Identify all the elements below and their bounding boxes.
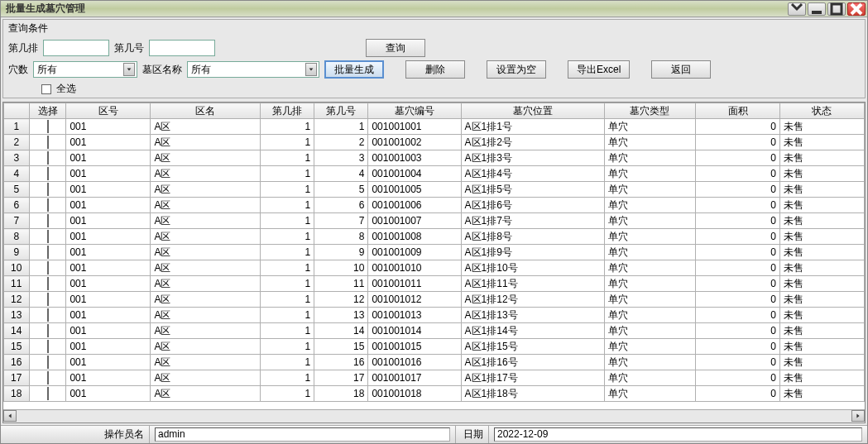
row-header[interactable]: 15	[4, 339, 30, 355]
minimize-top-button[interactable]	[788, 2, 806, 16]
area-name-cell: A区	[151, 292, 261, 308]
row-header[interactable]: 3	[4, 150, 30, 166]
column-header[interactable]: 墓穴类型	[604, 103, 695, 119]
grid-scroll-area[interactable]: 选择区号区名第几排第几号墓穴编号墓穴位置墓穴类型面积状态 1001A区11001…	[3, 103, 865, 409]
type-cell: 单穴	[604, 308, 695, 323]
area-name-cell: A区	[151, 260, 261, 276]
batch-generate-button[interactable]: 批量生成	[324, 60, 384, 79]
row-header[interactable]: 13	[4, 308, 30, 323]
column-header[interactable]: 墓穴位置	[461, 103, 604, 119]
row-header[interactable]: 9	[4, 245, 30, 260]
table-row[interactable]: 15001A区115001001015A区1排15号单穴0未售	[4, 339, 865, 355]
column-header[interactable]: 区号	[66, 103, 151, 119]
column-header[interactable]: 区名	[151, 103, 261, 119]
chevron-down-icon	[305, 63, 317, 76]
row-header[interactable]: 1	[4, 119, 30, 135]
row-number-input[interactable]	[43, 40, 109, 56]
holes-label: 穴数	[8, 63, 28, 77]
table-row[interactable]: 3001A区13001001003A区1排3号单穴0未售	[4, 150, 865, 166]
column-header[interactable]: 第几排	[260, 103, 314, 119]
row-select-checkbox[interactable]	[47, 214, 49, 227]
table-row[interactable]: 6001A区16001001006A区1排6号单穴0未售	[4, 198, 865, 213]
row-select-checkbox[interactable]	[47, 261, 49, 275]
row-header[interactable]: 2	[4, 135, 30, 150]
row-header[interactable]: 11	[4, 276, 30, 292]
row-select-checkbox[interactable]	[47, 277, 49, 290]
row-select-checkbox[interactable]	[47, 387, 49, 400]
row-select-checkbox[interactable]	[47, 230, 49, 243]
statusbar: 操作员名 admin 日期 2022-12-09	[1, 425, 867, 443]
table-row[interactable]: 7001A区17001001007A区1排7号单穴0未售	[4, 213, 865, 229]
table-row[interactable]: 14001A区114001001014A区1排14号单穴0未售	[4, 323, 865, 339]
table-row[interactable]: 8001A区18001001008A区1排8号单穴0未售	[4, 229, 865, 245]
code-cell: 001001001	[368, 119, 461, 135]
table-row[interactable]: 17001A区117001001017A区1排17号单穴0未售	[4, 370, 865, 386]
area-name-combo[interactable]: 所有	[187, 61, 319, 78]
scroll-right-icon[interactable]	[851, 410, 865, 422]
row-header[interactable]: 6	[4, 198, 30, 213]
holes-combo[interactable]: 所有	[33, 61, 137, 78]
col-cell: 1	[314, 119, 368, 135]
table-row[interactable]: 4001A区14001001004A区1排4号单穴0未售	[4, 166, 865, 182]
export-excel-button[interactable]: 导出Excel	[568, 60, 630, 79]
row-header[interactable]: 10	[4, 260, 30, 276]
location-cell: A区1排14号	[461, 323, 604, 339]
minimize-button[interactable]	[808, 2, 826, 16]
col-cell: 12	[314, 292, 368, 308]
row-header[interactable]: 18	[4, 386, 30, 402]
row-select-checkbox[interactable]	[47, 151, 49, 165]
table-row[interactable]: 11001A区111001001011A区1排11号单穴0未售	[4, 276, 865, 292]
query-button[interactable]: 查询	[366, 39, 425, 57]
table-row[interactable]: 9001A区19001001009A区1排9号单穴0未售	[4, 245, 865, 260]
row-select-checkbox[interactable]	[47, 371, 49, 384]
column-header[interactable]: 墓穴编号	[368, 103, 461, 119]
row-select-checkbox[interactable]	[47, 120, 49, 133]
table-row[interactable]: 13001A区113001001013A区1排13号单穴0未售	[4, 308, 865, 323]
area-no-cell: 001	[66, 308, 151, 323]
column-header[interactable]: 选择	[29, 103, 66, 119]
scroll-left-icon[interactable]	[3, 410, 17, 422]
back-button[interactable]: 返回	[651, 60, 711, 79]
row-select-checkbox[interactable]	[47, 324, 49, 337]
column-header[interactable]: 状态	[779, 103, 864, 119]
row-select-checkbox[interactable]	[47, 183, 49, 196]
table-row[interactable]: 1001A区11001001001A区1排1号单穴0未售	[4, 119, 865, 135]
row-header[interactable]: 8	[4, 229, 30, 245]
delete-button[interactable]: 删除	[405, 60, 465, 79]
row-select-checkbox[interactable]	[47, 136, 49, 149]
table-row[interactable]: 10001A区110001001010A区1排10号单穴0未售	[4, 260, 865, 276]
table-row[interactable]: 16001A区116001001016A区1排16号单穴0未售	[4, 355, 865, 370]
table-row[interactable]: 18001A区118001001018A区1排18号单穴0未售	[4, 386, 865, 402]
close-button[interactable]	[847, 2, 866, 16]
row-header[interactable]: 12	[4, 292, 30, 308]
row-header[interactable]: 17	[4, 370, 30, 386]
column-header[interactable]: 面积	[696, 103, 780, 119]
table-row[interactable]: 12001A区112001001012A区1排12号单穴0未售	[4, 292, 865, 308]
row-select-checkbox[interactable]	[47, 308, 49, 322]
row-select-checkbox[interactable]	[47, 356, 49, 369]
table-row[interactable]: 5001A区15001001005A区1排5号单穴0未售	[4, 182, 865, 198]
row-cell: 1	[260, 166, 314, 182]
select-all-checkbox[interactable]	[41, 84, 51, 94]
row-number-label: 第几排	[8, 41, 38, 55]
table-row[interactable]: 2001A区12001001002A区1排2号单穴0未售	[4, 135, 865, 150]
row-select-checkbox[interactable]	[47, 198, 49, 212]
horizontal-scrollbar[interactable]	[3, 409, 865, 423]
maximize-button[interactable]	[827, 2, 846, 16]
column-header[interactable]	[4, 103, 30, 119]
col-number-input[interactable]	[149, 40, 215, 56]
column-header[interactable]: 第几号	[314, 103, 368, 119]
area-no-cell: 001	[66, 229, 151, 245]
row-select-checkbox[interactable]	[47, 340, 49, 353]
row-select-checkbox[interactable]	[47, 167, 49, 180]
row-header[interactable]: 7	[4, 213, 30, 229]
row-header[interactable]: 4	[4, 166, 30, 182]
type-cell: 单穴	[604, 323, 695, 339]
row-select-checkbox[interactable]	[47, 246, 49, 259]
row-select-checkbox[interactable]	[47, 293, 49, 306]
row-header[interactable]: 16	[4, 355, 30, 370]
row-header[interactable]: 14	[4, 323, 30, 339]
set-empty-button[interactable]: 设置为空	[487, 60, 546, 79]
select-cell	[29, 370, 66, 386]
row-header[interactable]: 5	[4, 182, 30, 198]
